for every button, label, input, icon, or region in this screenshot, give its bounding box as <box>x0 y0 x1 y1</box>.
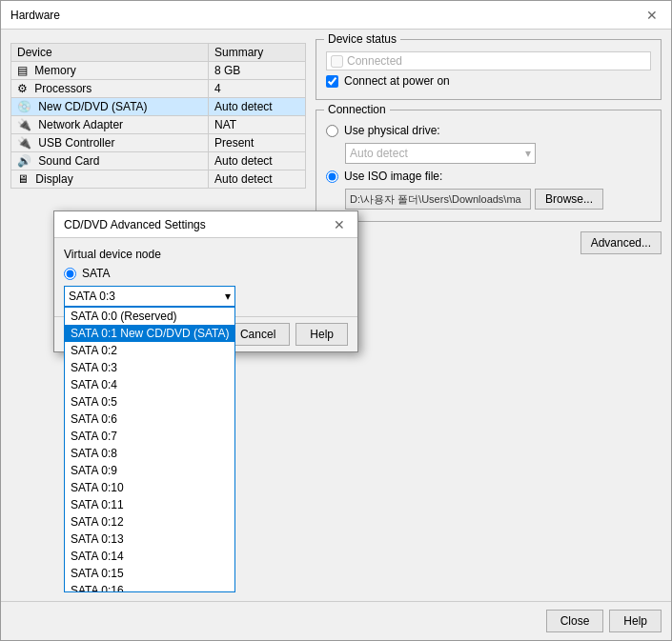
connected-checkbox[interactable] <box>331 55 343 68</box>
auto-detect-select[interactable]: Auto detect ▾ <box>345 143 536 164</box>
dropdown-item[interactable]: SATA 0:3 <box>65 359 234 376</box>
close-window-button[interactable]: ✕ <box>642 6 662 25</box>
summary-cell: Auto detect <box>208 170 305 189</box>
device-icon: 💿 <box>17 100 31 113</box>
use-physical-drive-row: Use physical drive: <box>326 124 651 137</box>
device-cell: 🔊 Sound Card <box>11 152 209 170</box>
summary-cell: 4 <box>208 80 305 98</box>
dropdown-item[interactable]: SATA 0:14 <box>65 548 234 565</box>
connected-row: Connected <box>326 51 651 70</box>
table-row[interactable]: 🔌 USB Controller Present <box>11 134 306 152</box>
summary-cell: 8 GB <box>208 62 305 80</box>
device-cell: ⚙ Processors <box>11 80 209 98</box>
device-icon: 🖥 <box>17 172 29 186</box>
dialog-content: Virtual device node SATA SATA 0:3 ▾ SATA… <box>54 238 357 316</box>
sata-select-display[interactable]: SATA 0:3 ▾ <box>64 286 235 307</box>
dropdown-item[interactable]: SATA 0:1 New CD/DVD (SATA) <box>65 325 234 342</box>
dropdown-item[interactable]: SATA 0:15 <box>65 565 234 582</box>
summary-cell: Auto detect <box>208 98 305 116</box>
device-name: USB Controller <box>38 136 114 150</box>
dropdown-item[interactable]: SATA 0:4 <box>65 376 234 393</box>
device-icon: 🔌 <box>17 136 31 150</box>
window-title: Hardware <box>10 9 60 22</box>
dropdown-item[interactable]: SATA 0:13 <box>65 531 234 548</box>
iso-path-input[interactable] <box>345 189 531 210</box>
table-row[interactable]: 🔊 Sound Card Auto detect <box>11 152 306 170</box>
virtual-device-node-label: Virtual device node <box>64 248 348 261</box>
sata-radio-row: SATA <box>64 267 348 280</box>
device-name: Sound Card <box>38 154 99 168</box>
sata-selected-value: SATA 0:3 <box>69 290 115 303</box>
device-icon: 🔌 <box>17 118 31 131</box>
dropdown-item[interactable]: SATA 0:9 <box>65 462 234 479</box>
device-cell: ▤ Memory <box>11 62 209 80</box>
dialog-title-bar: CD/DVD Advanced Settings ✕ <box>54 211 357 238</box>
connected-label: Connected <box>347 54 402 68</box>
dialog-help-button[interactable]: Help <box>295 323 348 346</box>
col-summary: Summary <box>208 44 305 62</box>
device-status-group: Device status Connected Connect at power… <box>316 39 662 100</box>
dropdown-item[interactable]: SATA 0:6 <box>65 411 234 428</box>
dialog-cancel-button[interactable]: Cancel <box>226 323 290 346</box>
advanced-button[interactable]: Advanced... <box>580 231 662 254</box>
device-cell: 🖥 Display <box>11 170 209 189</box>
device-icon: ⚙ <box>17 82 28 95</box>
advanced-dialog: CD/DVD Advanced Settings ✕ Virtual devic… <box>53 210 358 352</box>
summary-cell: Present <box>208 134 305 152</box>
device-icon: 🔊 <box>17 154 31 168</box>
dropdown-item[interactable]: SATA 0:0 (Reserved) <box>65 308 234 325</box>
device-name: Display <box>35 172 72 186</box>
device-name: Processors <box>34 82 92 95</box>
right-panel: Device status Connected Connect at power… <box>316 39 662 591</box>
table-row[interactable]: ⚙ Processors 4 <box>11 80 306 98</box>
device-cell: 💿 New CD/DVD (SATA) <box>11 98 209 116</box>
table-row[interactable]: 🖥 Display Auto detect <box>11 170 306 189</box>
physical-drive-radio[interactable] <box>326 125 338 137</box>
connect-at-power-on-checkbox[interactable] <box>326 75 338 88</box>
connection-label: Connection <box>324 103 390 116</box>
table-row[interactable]: 💿 New CD/DVD (SATA) Auto detect <box>11 98 306 116</box>
device-table: Device Summary ▤ Memory 8 GB ⚙ Processor… <box>10 43 306 189</box>
iso-radio[interactable] <box>326 170 338 183</box>
dropdown-item[interactable]: SATA 0:8 <box>65 445 234 462</box>
dropdown-arrow-icon: ▾ <box>525 147 531 160</box>
summary-cell: Auto detect <box>208 152 305 170</box>
auto-detect-value: Auto detect <box>350 147 408 160</box>
col-device: Device <box>11 44 209 62</box>
summary-cell: NAT <box>208 116 305 134</box>
advanced-row: Advanced... <box>316 231 662 254</box>
hardware-window: Hardware ✕ Device Summary ▤ Memory 8 GB <box>0 0 672 641</box>
table-row[interactable]: 🔌 Network Adapter NAT <box>11 116 306 134</box>
sata-dropdown-list[interactable]: SATA 0:0 (Reserved)SATA 0:1 New CD/DVD (… <box>64 307 235 592</box>
dropdown-item[interactable]: SATA 0:11 <box>65 496 234 513</box>
device-name: New CD/DVD (SATA) <box>38 100 147 113</box>
sata-dropdown-arrow-icon: ▾ <box>225 290 231 303</box>
use-iso-label: Use ISO image file: <box>344 170 442 183</box>
table-row[interactable]: ▤ Memory 8 GB <box>11 62 306 80</box>
dialog-title: CD/DVD Advanced Settings <box>64 218 206 231</box>
dropdown-item[interactable]: SATA 0:16 <box>65 582 234 592</box>
device-icon: ▤ <box>17 64 28 77</box>
browse-button[interactable]: Browse... <box>535 189 603 210</box>
physical-drive-label: Use physical drive: <box>344 124 440 137</box>
dialog-close-button[interactable]: ✕ <box>331 216 348 233</box>
device-name: Network Adapter <box>38 118 123 131</box>
connect-at-power-on-row: Connect at power on <box>326 74 651 88</box>
iso-path-row: Browse... <box>345 189 651 210</box>
dropdown-item[interactable]: SATA 0:7 <box>65 428 234 445</box>
dropdown-item[interactable]: SATA 0:10 <box>65 479 234 496</box>
connect-at-power-on-label: Connect at power on <box>344 74 450 88</box>
sata-select-wrapper: SATA 0:3 ▾ SATA 0:0 (Reserved)SATA 0:1 N… <box>64 286 348 307</box>
device-name: Memory <box>34 64 75 77</box>
sata-radio[interactable] <box>64 268 76 280</box>
dropdown-item[interactable]: SATA 0:5 <box>65 393 234 411</box>
footer-buttons: Close Help <box>1 601 671 640</box>
close-button[interactable]: Close <box>546 610 604 632</box>
device-cell: 🔌 USB Controller <box>11 134 209 152</box>
dropdown-item[interactable]: SATA 0:12 <box>65 513 234 531</box>
help-button[interactable]: Help <box>609 610 662 632</box>
use-iso-row: Use ISO image file: <box>326 170 651 183</box>
dropdown-item[interactable]: SATA 0:2 <box>65 342 234 359</box>
connection-group: Connection Use physical drive: Auto dete… <box>316 110 662 222</box>
device-cell: 🔌 Network Adapter <box>11 116 209 134</box>
